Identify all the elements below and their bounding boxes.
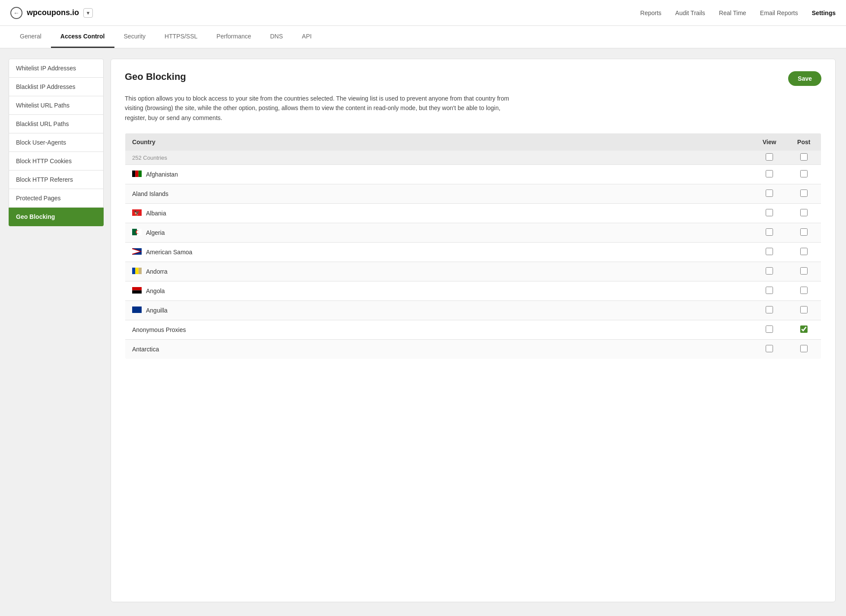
view-all-checkbox-cell[interactable] xyxy=(752,151,787,165)
country-list: AfghanistanAland Islands🦅AlbaniaAlgeriaA… xyxy=(125,165,821,359)
tab-access-control[interactable]: Access Control xyxy=(51,26,114,48)
post-checkbox[interactable] xyxy=(800,190,808,197)
sidebar-item-blacklist-ip[interactable]: Blacklist IP Addresses xyxy=(9,78,104,96)
page-title: Geo Blocking xyxy=(125,71,186,82)
view-checkbox[interactable] xyxy=(766,228,773,236)
country-name: Andorra xyxy=(146,268,168,275)
country-flag xyxy=(132,248,142,256)
country-name-cell: Aland Islands xyxy=(125,184,752,204)
post-checkbox[interactable] xyxy=(800,170,808,177)
svg-text:🦅: 🦅 xyxy=(134,210,140,216)
post-checkbox[interactable] xyxy=(800,209,808,216)
post-checkbox-cell[interactable] xyxy=(787,320,821,340)
post-checkbox-cell[interactable] xyxy=(787,184,821,204)
country-name-cell: American Samoa xyxy=(125,243,752,262)
nav-item-email-reports[interactable]: Email Reports xyxy=(760,9,798,16)
country-flag xyxy=(132,229,142,237)
sidebar-item-whitelist-ip[interactable]: Whitelist IP Addresses xyxy=(9,59,104,78)
tab-api[interactable]: API xyxy=(292,26,321,48)
tab-https-ssl[interactable]: HTTPS/SSL xyxy=(155,26,207,48)
view-checkbox-cell[interactable] xyxy=(752,243,787,262)
svg-point-8 xyxy=(136,231,139,233)
view-checkbox[interactable] xyxy=(766,345,773,352)
sidebar-item-whitelist-url[interactable]: Whitelist URL Paths xyxy=(9,96,104,115)
site-dropdown[interactable]: ▼ xyxy=(83,8,93,18)
table-row: Anonymous Proxies xyxy=(125,320,821,340)
view-checkbox[interactable] xyxy=(766,190,773,197)
sidebar-item-block-http-referers[interactable]: Block HTTP Referers xyxy=(9,171,104,189)
sidebar-item-protected-pages[interactable]: Protected Pages xyxy=(9,189,104,208)
post-checkbox[interactable] xyxy=(800,228,808,236)
tab-general[interactable]: General xyxy=(10,26,51,48)
nav-item-reports[interactable]: Reports xyxy=(640,9,662,16)
settings-tabs: GeneralAccess ControlSecurityHTTPS/SSLPe… xyxy=(0,26,846,48)
tab-performance[interactable]: Performance xyxy=(207,26,260,48)
post-checkbox-cell[interactable] xyxy=(787,243,821,262)
view-checkbox[interactable] xyxy=(766,325,773,333)
post-checkbox[interactable] xyxy=(800,248,808,255)
tab-security[interactable]: Security xyxy=(114,26,155,48)
country-name: Anguilla xyxy=(146,307,168,314)
view-checkbox[interactable] xyxy=(766,170,773,177)
post-checkbox-cell[interactable] xyxy=(787,204,821,223)
nav-item-audit-trails[interactable]: Audit Trails xyxy=(675,9,705,16)
country-name-cell: Afghanistan xyxy=(125,165,752,184)
back-button[interactable]: ← xyxy=(10,7,22,19)
post-checkbox-cell[interactable] xyxy=(787,223,821,243)
sidebar-item-block-http-cookies[interactable]: Block HTTP Cookies xyxy=(9,152,104,171)
view-checkbox[interactable] xyxy=(766,306,773,313)
svg-rect-16 xyxy=(132,291,142,294)
post-checkbox[interactable] xyxy=(800,345,808,352)
post-checkbox-cell[interactable] xyxy=(787,340,821,359)
table-row: Afghanistan xyxy=(125,165,821,184)
site-name: wpcoupons.io xyxy=(27,8,79,17)
table-row: 🦅Albania xyxy=(125,204,821,223)
post-checkbox[interactable] xyxy=(800,287,808,294)
save-button[interactable]: Save xyxy=(788,71,821,86)
country-name: Anonymous Proxies xyxy=(132,326,186,333)
svg-rect-15 xyxy=(132,287,142,291)
view-all-checkbox[interactable] xyxy=(766,153,773,161)
post-checkbox-cell[interactable] xyxy=(787,301,821,320)
svg-rect-0 xyxy=(132,171,135,177)
nav-item-real-time[interactable]: Real Time xyxy=(719,9,746,16)
view-checkbox[interactable] xyxy=(766,209,773,216)
sidebar-item-blacklist-url[interactable]: Blacklist URL Paths xyxy=(9,115,104,133)
post-checkbox[interactable] xyxy=(800,306,808,313)
country-flag xyxy=(132,171,142,178)
country-name-cell: Algeria xyxy=(125,223,752,243)
post-all-checkbox[interactable] xyxy=(800,153,808,161)
view-checkbox-cell[interactable] xyxy=(752,204,787,223)
table-row: Anguilla xyxy=(125,301,821,320)
view-checkbox-cell[interactable] xyxy=(752,301,787,320)
post-checkbox-cell[interactable] xyxy=(787,262,821,281)
view-checkbox-cell[interactable] xyxy=(752,262,787,281)
table-row: Aland Islands xyxy=(125,184,821,204)
total-count: 252 Countries xyxy=(125,151,752,165)
sidebar-item-geo-blocking[interactable]: Geo Blocking xyxy=(9,208,104,226)
sidebar-item-block-user-agents[interactable]: Block User-Agents xyxy=(9,133,104,152)
post-checkbox[interactable] xyxy=(800,325,808,333)
nav-item-settings[interactable]: Settings xyxy=(812,9,836,16)
view-checkbox-cell[interactable] xyxy=(752,340,787,359)
country-flag: 🦅 xyxy=(132,209,142,217)
view-checkbox-cell[interactable] xyxy=(752,281,787,301)
view-checkbox-cell[interactable] xyxy=(752,320,787,340)
view-checkbox[interactable] xyxy=(766,248,773,255)
post-all-checkbox-cell[interactable] xyxy=(787,151,821,165)
view-checkbox-cell[interactable] xyxy=(752,165,787,184)
tab-dns[interactable]: DNS xyxy=(261,26,293,48)
country-name: American Samoa xyxy=(146,249,192,256)
table-row: Algeria xyxy=(125,223,821,243)
post-checkbox[interactable] xyxy=(800,267,808,275)
svg-rect-14 xyxy=(139,268,142,274)
top-bar: ← wpcoupons.io ▼ ReportsAudit TrailsReal… xyxy=(0,0,846,26)
post-checkbox-cell[interactable] xyxy=(787,281,821,301)
view-checkbox[interactable] xyxy=(766,287,773,294)
country-flag xyxy=(132,287,142,295)
view-checkbox[interactable] xyxy=(766,267,773,275)
country-name-cell: 🦅Albania xyxy=(125,204,752,223)
view-checkbox-cell[interactable] xyxy=(752,184,787,204)
view-checkbox-cell[interactable] xyxy=(752,223,787,243)
post-checkbox-cell[interactable] xyxy=(787,165,821,184)
